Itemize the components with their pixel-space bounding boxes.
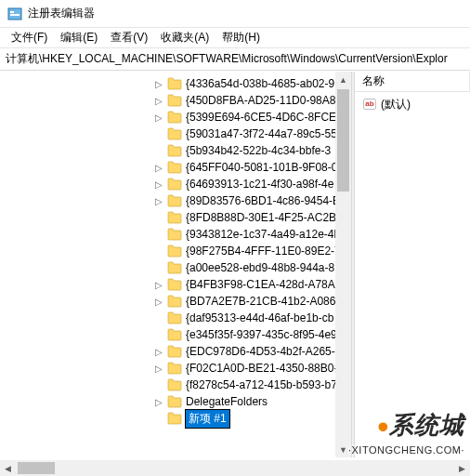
address-text: 计算机\HKEY_LOCAL_MACHINE\SOFTWARE\Microsof…: [6, 51, 448, 67]
folder-icon: [167, 228, 182, 241]
tree-item-label: {59031a47-3f72-44a7-89c5-55: [186, 127, 337, 140]
folder-icon: [167, 412, 182, 425]
folder-icon: [167, 77, 182, 90]
tree-item[interactable]: ▷{B4FB3F98-C1EA-428d-A78A-D: [149, 276, 351, 293]
tree-item[interactable]: ▷{89D83576-6BD1-4c86-9454-B: [149, 192, 351, 209]
expand-icon[interactable]: ▷: [152, 295, 165, 308]
folder-icon: [167, 161, 182, 174]
tree-vertical-scrollbar[interactable]: ▲ ▼: [335, 72, 351, 457]
expand-icon[interactable]: ▷: [152, 111, 165, 124]
tree-item-label: {450D8FBA-AD25-11D0-98A8-: [186, 94, 339, 107]
expand-icon[interactable]: ▷: [152, 178, 165, 191]
scroll-right-arrow-icon[interactable]: ▶: [454, 460, 470, 476]
tree-item[interactable]: ▷{5b934b42-522b-4c34-bbfe-3: [149, 142, 351, 159]
tree-item-label: {5b934b42-522b-4c34-bbfe-3: [186, 144, 331, 157]
tree-item[interactable]: ▷{BD7A2E7B-21CB-41b2-A086-: [149, 293, 351, 310]
folder-icon: [167, 94, 182, 107]
folder-icon: [167, 362, 182, 375]
tree-item-label: {98F275B4-4FFF-11E0-89E2-7B: [186, 245, 348, 258]
tree-item-label: {64693913-1c21-4f30-a98f-4e: [186, 178, 333, 191]
value-row-default[interactable]: ab (默认): [359, 96, 466, 112]
tree-item[interactable]: ▷{645FF040-5081-101B-9F08-00: [149, 159, 351, 176]
expand-icon[interactable]: ▷: [152, 161, 165, 174]
tree-item[interactable]: ▷{64693913-1c21-4f30-a98f-4e: [149, 176, 351, 192]
folder-icon: [167, 295, 182, 308]
window-title: 注册表编辑器: [28, 6, 95, 21]
scroll-thumb[interactable]: [337, 89, 349, 192]
tree-item[interactable]: ▷{8FD8B88D-30E1-4F25-AC2B-5: [149, 209, 351, 226]
tree-item-label: {BD7A2E7B-21CB-41b2-A086-: [186, 295, 339, 308]
tree-item[interactable]: ▷{9343812e-1c37-4a49-a12e-4b: [149, 226, 351, 243]
tree-item[interactable]: ▷{e345f35f-9397-435c-8f95-4e9: [149, 326, 351, 343]
tree-item-label: {daf95313-e44d-46af-be1b-cb: [186, 311, 333, 324]
tree-item[interactable]: ▷{f8278c54-a712-415b-b593-b7: [149, 377, 351, 393]
tree-item[interactable]: ▷{F02C1A0D-BE21-4350-88B0-7: [149, 360, 351, 377]
tree-item-label: {EDC978D6-4D53-4b2f-A265-5: [186, 345, 341, 358]
hscroll-track[interactable]: [16, 460, 454, 476]
column-header-name[interactable]: 名称: [355, 72, 470, 91]
menu-view[interactable]: 查看(V): [105, 29, 153, 46]
values-header: 名称: [355, 72, 470, 92]
scroll-track[interactable]: [335, 87, 351, 442]
tree-item[interactable]: ▷DelegateFolders: [149, 393, 351, 410]
values-body: ab (默认): [355, 92, 470, 116]
tree-item-label: {e345f35f-9397-435c-8f95-4e9: [186, 328, 337, 341]
folder-icon: [167, 328, 182, 341]
folder-icon: [167, 311, 182, 324]
tree-indent-area: [0, 72, 149, 457]
tree-item[interactable]: ▷{5399E694-6CE5-4D6C-8FCE-1: [149, 109, 351, 126]
expand-icon[interactable]: ▷: [152, 345, 165, 358]
tree-item[interactable]: ▷{4336a54d-038b-4685-ab02-9: [149, 75, 351, 92]
expand-icon[interactable]: ▷: [152, 362, 165, 375]
string-value-icon: ab: [362, 97, 377, 112]
expand-icon[interactable]: ▷: [152, 278, 165, 291]
scroll-up-arrow-icon[interactable]: ▲: [335, 72, 351, 87]
folder-icon: [167, 395, 182, 408]
expand-icon[interactable]: ▷: [152, 395, 165, 408]
folder-icon: [167, 378, 182, 391]
menu-favorites[interactable]: 收藏夹(A): [155, 29, 215, 46]
app-icon: [7, 7, 22, 21]
tree-panel: ▷{4336a54d-038b-4685-ab02-9▷{450D8FBA-AD…: [0, 72, 351, 457]
folder-icon: [167, 178, 182, 191]
horizontal-scrollbar[interactable]: ◀ ▶: [0, 460, 470, 476]
folder-icon: [167, 278, 182, 291]
tree-item[interactable]: ▷新项 #1: [149, 410, 351, 427]
folder-icon: [167, 144, 182, 157]
tree-item-label[interactable]: 新项 #1: [186, 410, 229, 428]
tree-item-label: DelegateFolders: [186, 395, 268, 408]
tree-item-label: {f8278c54-a712-415b-b593-b7: [186, 378, 337, 391]
content-area: ▷{4336a54d-038b-4685-ab02-9▷{450D8FBA-AD…: [0, 71, 470, 457]
menu-help[interactable]: 帮助(H): [216, 29, 266, 46]
tree-item[interactable]: ▷{98F275B4-4FFF-11E0-89E2-7B: [149, 243, 351, 259]
menu-file[interactable]: 文件(F): [6, 29, 53, 46]
folder-icon: [167, 261, 182, 274]
hscroll-thumb[interactable]: [18, 462, 55, 474]
tree-item[interactable]: ▷{EDC978D6-4D53-4b2f-A265-5: [149, 343, 351, 360]
values-panel: 名称 ab (默认): [355, 72, 470, 457]
scroll-down-arrow-icon[interactable]: ▼: [335, 442, 351, 457]
svg-rect-1: [10, 11, 14, 13]
scroll-left-arrow-icon[interactable]: ◀: [0, 460, 16, 476]
tree-item[interactable]: ▷{59031a47-3f72-44a7-89c5-55: [149, 126, 351, 142]
tree-item[interactable]: ▷{450D8FBA-AD25-11D0-98A8-: [149, 92, 351, 109]
menu-bar: 文件(F) 编辑(E) 查看(V) 收藏夹(A) 帮助(H): [0, 28, 470, 48]
tree-item-label: {645FF040-5081-101B-9F08-00: [186, 161, 344, 174]
tree-item[interactable]: ▷{a00ee528-ebd9-48b8-944a-8: [149, 259, 351, 276]
folder-icon: [167, 111, 182, 124]
folder-icon: [167, 194, 182, 207]
tree-item-label: {9343812e-1c37-4a49-a12e-4b: [186, 228, 340, 241]
tree-item[interactable]: ▷{daf95313-e44d-46af-be1b-cb: [149, 310, 351, 326]
svg-rect-2: [10, 14, 20, 16]
tree-item-label: {89D83576-6BD1-4c86-9454-B: [186, 194, 340, 207]
tree-item-label: {4336a54d-038b-4685-ab02-9: [186, 77, 334, 90]
tree-item-label: {a00ee528-ebd9-48b8-944a-8: [186, 261, 334, 274]
expand-icon[interactable]: ▷: [152, 194, 165, 207]
value-name: (默认): [381, 97, 411, 112]
title-bar: 注册表编辑器: [0, 0, 470, 28]
address-bar[interactable]: 计算机\HKEY_LOCAL_MACHINE\SOFTWARE\Microsof…: [0, 48, 470, 71]
folder-icon: [167, 127, 182, 140]
expand-icon[interactable]: ▷: [152, 94, 165, 107]
menu-edit[interactable]: 编辑(E): [55, 29, 103, 46]
expand-icon[interactable]: ▷: [152, 77, 165, 90]
